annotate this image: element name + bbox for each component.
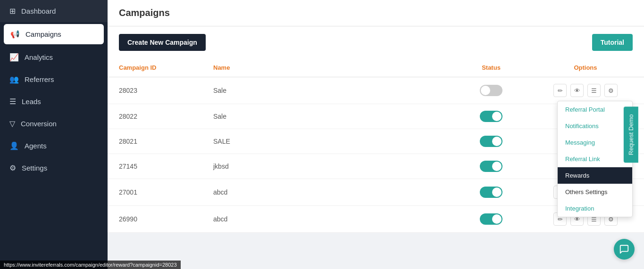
campaign-name: abcd	[213, 215, 444, 223]
sidebar-item-campaigns[interactable]: 📢 Campaigns	[4, 24, 104, 44]
sidebar-item-label: Analytics	[25, 53, 53, 61]
sidebar-item-referrers[interactable]: 👥 Referrers	[0, 68, 108, 90]
gear-icon[interactable]: ⚙	[604, 84, 618, 97]
col-header-id: Campaign ID	[119, 64, 213, 71]
status-cell	[444, 111, 538, 122]
page-title: Campaigns	[119, 8, 633, 18]
options-dropdown: Referral Portal Notifications Messaging …	[557, 101, 633, 217]
options-cell: ✏ 👁 ☰ ⚙ Referral Portal Notifications Me…	[538, 84, 633, 97]
sidebar-item-label: Campaigns	[25, 30, 61, 38]
dropdown-referral-link[interactable]: Referral Link	[558, 151, 632, 167]
tutorial-button[interactable]: Tutorial	[592, 34, 633, 51]
status-toggle[interactable]	[480, 213, 502, 225]
campaign-id: 28023	[119, 87, 213, 94]
status-cell	[444, 213, 538, 225]
sidebar-item-label: Leads	[22, 98, 41, 106]
conversion-icon: ▽	[9, 119, 15, 128]
status-toggle[interactable]	[480, 187, 502, 198]
sidebar-item-settings[interactable]: ⚙ Settings	[0, 157, 108, 179]
table-row: 28023 Sale ✏ 👁 ☰ ⚙ Referral Portal Notif…	[108, 77, 644, 104]
sidebar-item-label: Referrers	[25, 75, 54, 83]
dropdown-messaging[interactable]: Messaging	[558, 134, 632, 151]
campaigns-table: Campaign ID Name Status Options 28023 Sa…	[108, 58, 644, 233]
status-cell	[444, 161, 538, 172]
sidebar-item-agents[interactable]: 👤 Agents	[0, 135, 108, 157]
sidebar-item-analytics[interactable]: 📈 Analytics	[0, 46, 108, 68]
status-toggle[interactable]	[480, 136, 502, 147]
toolbar: Create New Campaign Tutorial	[108, 26, 644, 58]
dropdown-referral-portal[interactable]: Referral Portal	[558, 101, 632, 118]
chat-bubble-button[interactable]	[614, 239, 635, 260]
dashboard-icon: ⊞	[9, 7, 16, 16]
dropdown-rewards[interactable]: Rewards	[558, 167, 632, 184]
view-icon[interactable]: 👁	[570, 84, 584, 97]
status-bar: https://www.invitereferrals.com/campaign…	[0, 261, 181, 269]
status-toggle[interactable]	[480, 85, 502, 96]
campaign-name: Sale	[213, 113, 444, 120]
col-header-status: Status	[444, 64, 538, 71]
sidebar-item-conversion[interactable]: ▽ Conversion	[0, 113, 108, 135]
page-header: Campaigns	[108, 0, 644, 26]
campaign-name: Sale	[213, 87, 444, 94]
sidebar-item-label: Conversion	[21, 120, 57, 128]
sidebar: ⊞ Dashboard 📢 Campaigns 📈 Analytics 👥 Re…	[0, 0, 108, 269]
campaign-name: abcd	[213, 188, 444, 196]
referrers-icon: 👥	[9, 75, 19, 84]
campaign-id: 27145	[119, 163, 213, 170]
campaign-id: 28021	[119, 138, 213, 145]
sidebar-item-leads[interactable]: ☰ Leads	[0, 90, 108, 113]
status-cell	[444, 187, 538, 198]
table-header: Campaign ID Name Status Options	[108, 58, 644, 77]
create-campaign-button[interactable]: Create New Campaign	[119, 34, 206, 51]
edit-icon[interactable]: ✏	[553, 84, 567, 97]
campaign-name: jkbsd	[213, 163, 444, 170]
status-cell	[444, 85, 538, 96]
sidebar-item-label: Agents	[25, 142, 47, 150]
campaign-id: 28022	[119, 113, 213, 120]
analytics-icon: 📈	[9, 53, 19, 62]
status-toggle[interactable]	[480, 161, 502, 172]
list-icon[interactable]: ☰	[587, 84, 601, 97]
status-cell	[444, 136, 538, 147]
request-demo-button[interactable]: Request Demo	[624, 106, 638, 163]
main-content: Campaigns Create New Campaign Tutorial C…	[108, 0, 644, 269]
col-header-name: Name	[213, 64, 444, 71]
campaign-id: 26990	[119, 215, 213, 223]
dropdown-others-settings[interactable]: Others Settings	[558, 184, 632, 200]
dropdown-notifications[interactable]: Notifications	[558, 118, 632, 134]
sidebar-item-label: Settings	[22, 164, 47, 172]
campaign-id: 27001	[119, 188, 213, 196]
sidebar-item-dashboard[interactable]: ⊞ Dashboard	[0, 0, 108, 22]
settings-icon: ⚙	[9, 163, 16, 172]
status-toggle[interactable]	[480, 111, 502, 122]
campaign-name: SALE	[213, 138, 444, 145]
sidebar-item-label: Dashboard	[21, 7, 56, 15]
col-header-options: Options	[538, 64, 633, 71]
leads-icon: ☰	[9, 97, 16, 106]
campaigns-icon: 📢	[10, 30, 20, 39]
agents-icon: 👤	[9, 141, 19, 150]
dropdown-integration[interactable]: Integration	[558, 200, 632, 217]
